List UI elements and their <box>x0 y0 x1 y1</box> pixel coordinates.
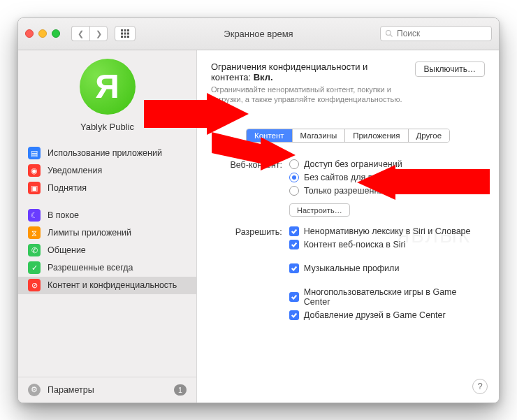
checkbox-icon <box>289 310 299 320</box>
web-content-row: Веб-контент: Доступ без ограничений Без … <box>211 159 485 217</box>
user-name: Yablyk Public <box>80 122 134 132</box>
nav-segment: ❮ ❯ <box>71 26 108 41</box>
search-icon <box>385 29 393 38</box>
check-label: Контент веб-поиска в Siri <box>304 240 406 249</box>
svg-rect-1 <box>124 29 126 31</box>
stack-icon: ▤ <box>28 147 41 159</box>
options-badge: 1 <box>174 384 187 396</box>
tab-apps[interactable]: Приложения <box>344 129 407 142</box>
tabs: Контент Магазины Приложения Другое <box>246 129 450 143</box>
sidebar-item-label: Уведомления <box>48 166 102 175</box>
svg-rect-2 <box>127 29 129 31</box>
sidebar-item-label: В покое <box>48 210 79 220</box>
checkbox-icon <box>289 240 299 249</box>
allow-row: Разрешить: Ненормативную лексику в Siri … <box>211 226 485 320</box>
content-header: Ограничения конфиденциальности и контент… <box>211 61 485 106</box>
moon-icon: ☾ <box>28 209 41 222</box>
forward-button[interactable]: ❯ <box>89 26 108 41</box>
page-description: Ограничивайте ненормативный контент, пок… <box>211 85 408 106</box>
window-body: Я Yablyk Public ▤ Использование приложен… <box>18 50 499 403</box>
sidebar-item-usage[interactable]: ▤ Использование приложений <box>18 145 196 162</box>
check-gc-multiplayer[interactable]: Многопользовательские игры в Game Center <box>289 287 485 307</box>
sidebar-item-options[interactable]: ⚙ Параметры 1 <box>18 377 196 403</box>
titlebar: ❮ ❯ Экранное время <box>18 18 499 50</box>
sidebar-item-content-privacy[interactable]: ⊘ Контент и конфиденциальность <box>18 277 196 294</box>
check-label: Многопользовательские игры в Game Center <box>304 287 485 307</box>
web-content-label: Веб-контент: <box>211 159 289 170</box>
main-pane: Ограничения конфиденциальности и контент… <box>197 50 499 403</box>
window-controls <box>25 29 60 38</box>
check-label: Добавление друзей в Game Center <box>304 310 446 320</box>
zoom-icon[interactable] <box>52 29 60 38</box>
search-field[interactable] <box>380 26 492 41</box>
radio-label: Только разрешенные веб-сайты <box>304 186 434 196</box>
radio-icon <box>289 186 299 196</box>
check-gc-friends[interactable]: Добавление друзей в Game Center <box>289 310 485 320</box>
svg-rect-8 <box>127 36 129 38</box>
sidebar-item-label: Лимиты приложений <box>48 228 131 238</box>
radio-label: Без сайтов для взрослых <box>304 173 407 182</box>
check-icon: ✓ <box>28 261 41 274</box>
preferences-window: ❮ ❯ Экранное время Я Yablyk Public ▤ Исп… <box>17 17 500 403</box>
sidebar-item-label: Разрешенные всегда <box>48 263 133 273</box>
avatar: Я <box>80 59 136 115</box>
radio-unrestricted[interactable]: Доступ без ограничений <box>289 159 434 169</box>
help-button[interactable]: ? <box>472 379 488 394</box>
svg-rect-3 <box>121 33 123 35</box>
sidebar-item-communication[interactable]: ✆ Общение <box>18 242 196 259</box>
tab-content[interactable]: Контент <box>247 129 292 142</box>
tab-stores[interactable]: Магазины <box>292 129 345 142</box>
sidebar-item-app-limits[interactable]: ⧖ Лимиты приложений <box>18 224 196 242</box>
svg-rect-7 <box>124 36 126 38</box>
allow-label: Разрешить: <box>211 226 289 237</box>
sidebar-item-label: Поднятия <box>48 183 87 193</box>
check-siri-websearch[interactable]: Контент веб-поиска в Siri <box>289 240 485 249</box>
svg-line-10 <box>391 35 393 37</box>
page-title: Ограничения конфиденциальности и контент… <box>211 61 408 82</box>
gear-icon: ⚙ <box>28 384 41 396</box>
turn-off-button[interactable]: Выключить… <box>415 61 485 77</box>
svg-rect-5 <box>127 33 129 35</box>
search-input[interactable] <box>397 29 487 38</box>
pickup-icon: ▣ <box>28 182 41 194</box>
user-header: Я Yablyk Public <box>18 56 196 140</box>
sidebar-item-label: Использование приложений <box>48 148 162 158</box>
sidebar-item-label: Общение <box>48 245 86 255</box>
hourglass-icon: ⧖ <box>28 226 41 239</box>
content-form: Веб-контент: Доступ без ограничений Без … <box>211 159 485 320</box>
radio-icon <box>289 159 299 169</box>
sidebar-item-label: Контент и конфиденциальность <box>48 280 177 290</box>
checkbox-icon <box>289 263 299 273</box>
radio-icon <box>289 173 299 182</box>
checkbox-icon <box>289 226 299 236</box>
sidebar-item-label: Параметры <box>48 385 94 395</box>
svg-rect-0 <box>121 29 123 31</box>
show-all-button[interactable] <box>115 26 136 41</box>
radio-allowed-only[interactable]: Только разрешенные веб-сайты <box>289 186 434 196</box>
chat-icon: ✆ <box>28 244 41 256</box>
sidebar-item-pickups[interactable]: ▣ Поднятия <box>18 180 196 197</box>
sidebar-item-always-allowed[interactable]: ✓ Разрешенные всегда <box>18 259 196 277</box>
check-music-profiles[interactable]: Музыкальные профили <box>289 263 485 273</box>
sidebar-item-notifications[interactable]: ◉ Уведомления <box>18 162 196 180</box>
tab-other[interactable]: Другое <box>408 129 450 142</box>
minimize-icon[interactable] <box>38 29 47 38</box>
svg-point-9 <box>386 31 391 36</box>
sidebar-item-downtime[interactable]: ☾ В покое <box>18 207 196 224</box>
configure-button[interactable]: Настроить… <box>289 203 350 217</box>
svg-rect-4 <box>124 33 126 35</box>
radio-label: Доступ без ограничений <box>304 159 402 169</box>
bell-icon: ◉ <box>28 164 41 177</box>
check-label: Музыкальные профили <box>304 263 400 273</box>
back-button[interactable]: ❮ <box>71 26 89 41</box>
sidebar-footer: ⚙ Параметры 1 <box>18 377 196 403</box>
svg-rect-6 <box>121 36 123 38</box>
no-entry-icon: ⊘ <box>28 279 41 291</box>
radio-limit-adult[interactable]: Без сайтов для взрослых <box>289 173 434 182</box>
check-siri-profanity[interactable]: Ненормативную лексику в Siri и Словаре <box>289 226 485 236</box>
sidebar-list: ▤ Использование приложений ◉ Уведомления… <box>18 145 196 294</box>
close-icon[interactable] <box>25 29 34 38</box>
check-label: Ненормативную лексику в Siri и Словаре <box>304 226 471 236</box>
checkbox-icon <box>289 292 299 302</box>
sidebar: Я Yablyk Public ▤ Использование приложен… <box>18 50 197 403</box>
